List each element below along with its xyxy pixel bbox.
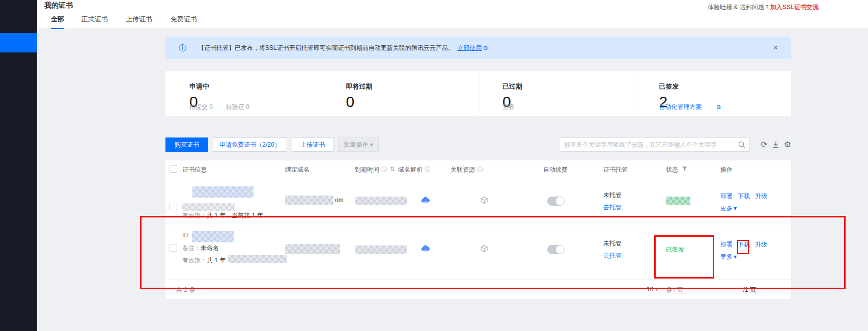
domain-suffix: om (335, 197, 344, 204)
go-hosting-link[interactable]: 去托管 (603, 252, 622, 260)
chevron-down-icon: ▾ (370, 141, 373, 148)
hosting-info-banner: ⓘ 【证书托管】已发布，将SSL证书开启托管即可实现证书到期前自动更新关联的腾讯… (165, 37, 791, 59)
external-link-icon: ⧉ (484, 45, 488, 51)
col-domain-resolve: 域名解析 (398, 166, 423, 174)
status-issued: 已签发 (666, 245, 684, 254)
stat-expired: 已过期 0 查看 (478, 71, 635, 116)
stat-expiring-soon: 即将过期 0 (322, 71, 479, 116)
row-actions: 部署下载升级 (720, 191, 772, 201)
sort-icon[interactable]: ⇅ (390, 166, 395, 173)
chevron-down-icon: ▾ (734, 205, 737, 212)
certificate-table: 证书信息 绑定域名 到期时间 ⓘ ⇅ 域名解析 ⓘ 关联资源 ⓘ 自动续费 证书… (165, 160, 791, 299)
chevron-down-icon: ▾ (734, 253, 737, 260)
note-text: 备注：未命名 (182, 244, 219, 253)
redacted-cert-id (192, 231, 234, 242)
tab-formal-certs[interactable]: 正式证书 (81, 14, 108, 28)
auto-renew-toggle[interactable] (547, 197, 565, 206)
per-page-label: 条 / 页 (666, 286, 683, 294)
cloud-dns-icon[interactable] (421, 243, 431, 254)
filter-icon[interactable] (682, 167, 687, 172)
hosting-state: 未托管 (603, 239, 622, 248)
upgrade-link[interactable]: 升级 (755, 241, 767, 248)
row-actions: 部署下载升级 (720, 239, 772, 249)
refresh-icon[interactable]: ⟳ (759, 140, 769, 150)
resource-cube-icon[interactable] (480, 244, 488, 253)
redacted-expire-date (355, 197, 407, 205)
deploy-link[interactable]: 部署 (720, 241, 733, 248)
upgrade-link[interactable]: 升级 (755, 192, 767, 200)
table-footer: 共 2 条 10 ▾ 条 / 页 ◀ ◀ /1 页 ▶ ▶ (165, 280, 791, 299)
stat-applying: 申请中 0 待提交 0待验证 0 (165, 71, 322, 116)
feedback-text: 体验吐槽 & 遇到问题？加入SSL证书交流 (708, 3, 819, 12)
page-size-select[interactable]: 10 ▾ (647, 286, 658, 293)
view-expired-link[interactable]: 查看 (502, 103, 515, 111)
redacted-domain (285, 196, 333, 205)
stat-expiring-value: 0 (346, 94, 479, 110)
pending-verify: 待验证 0 (226, 103, 249, 111)
more-menu[interactable]: 更多▾ (720, 252, 737, 261)
tab-free-certs[interactable]: 免费证书 (171, 14, 197, 28)
tab-uploaded-certs[interactable]: 上传证书 (126, 14, 152, 28)
redacted-cert-type (182, 203, 235, 211)
stat-issued: 已签发 2 自动化管理方案 ⧉ (635, 71, 792, 116)
search-box (559, 137, 750, 152)
redacted-validity-range (228, 255, 287, 263)
topbar: 我的证书 全部 正式证书 上传证书 免费证书 体验吐槽 & 遇到问题？加入SSL… (37, 0, 868, 29)
pending-submit: 待提交 0 (189, 103, 213, 111)
redacted-domain (285, 244, 340, 254)
banner-message: 【证书托管】已发布，将SSL证书开启托管即可实现证书到期前自动更新关联的腾讯云云… (198, 37, 488, 59)
info-icon: ⓘ (179, 43, 186, 52)
col-action: 操作 (720, 166, 733, 174)
upload-cert-button[interactable]: 上传证书 (292, 137, 333, 152)
table-row-cert-2: ID 备注：未命名 有效期：共 1 年， 未托管 去托管 已签发 部署 (165, 227, 791, 280)
search-input[interactable] (559, 137, 750, 152)
download-list-icon[interactable] (771, 140, 781, 150)
page-title: 我的证书 (44, 1, 73, 10)
hosting-state: 未托管 (603, 191, 622, 200)
apply-free-cert-button[interactable]: 申请免费证书（2/20） (213, 137, 287, 152)
col-auto-renew: 自动续费 (543, 166, 568, 174)
download-link[interactable]: 下载 (738, 192, 750, 200)
col-cert-hosting: 证书托管 (603, 166, 628, 174)
ssl-console-screen: 我的证书 全部 正式证书 上传证书 免费证书 体验吐槽 & 遇到问题？加入SSL… (0, 0, 868, 331)
resource-cube-icon[interactable] (480, 196, 488, 204)
external-link-icon: ⧉ (717, 104, 721, 110)
col-expire-time: 到期时间 (355, 166, 379, 174)
download-link[interactable]: 下载 (738, 241, 750, 248)
col-related-resource: 关联资源 (451, 166, 475, 174)
cloud-dns-icon[interactable] (421, 195, 431, 205)
join-ssl-group-link[interactable]: 加入SSL证书交流 (770, 4, 819, 11)
col-cert-info: 证书信息 (182, 166, 207, 174)
search-icon[interactable] (738, 141, 746, 149)
automation-plan-link[interactable]: 自动化管理方案 (659, 103, 702, 111)
sidebar-active-item[interactable] (0, 33, 37, 52)
total-count: 共 2 条 (176, 286, 195, 294)
row-checkbox[interactable] (170, 203, 177, 210)
batch-operation-button[interactable]: 批量操作 ▾ (338, 137, 379, 152)
row-checkbox[interactable] (170, 244, 177, 252)
select-all-checkbox[interactable] (170, 165, 177, 173)
go-hosting-link[interactable]: 去托管 (603, 203, 622, 212)
col-bound-domain: 绑定域名 (285, 166, 310, 174)
table-header-row: 证书信息 绑定域名 到期时间 ⓘ ⇅ 域名解析 ⓘ 关联资源 ⓘ 自动续费 证书… (165, 160, 791, 177)
deploy-link[interactable]: 部署 (720, 192, 733, 200)
redacted-cert-name (192, 186, 254, 198)
use-now-link[interactable]: 立即使用 (457, 44, 482, 51)
validity-text: 有效期：共 1 年， (182, 256, 232, 265)
col-status: 状态 (666, 166, 678, 174)
info-circle-icon[interactable]: ⓘ (425, 166, 431, 174)
left-nav-sidebar (0, 0, 37, 331)
auto-renew-toggle[interactable] (547, 245, 565, 254)
toggle-knob (556, 245, 564, 254)
banner-close-icon[interactable]: × (773, 43, 778, 53)
toggle-knob (556, 197, 564, 205)
more-menu[interactable]: 更多▾ (720, 203, 737, 213)
stats-overview: 申请中 0 待提交 0待验证 0 即将过期 0 已过期 0 查看 已签发 2 自… (165, 71, 791, 116)
gear-icon[interactable]: ⚙ (782, 140, 793, 150)
toolbar-divider (754, 140, 755, 149)
buy-cert-button[interactable]: 购买证书 (165, 137, 208, 152)
info-circle-icon[interactable]: ⓘ (477, 166, 483, 174)
info-circle-icon[interactable]: ⓘ (381, 166, 387, 174)
tab-all[interactable]: 全部 (51, 14, 64, 29)
redacted-expire-date (355, 245, 407, 254)
